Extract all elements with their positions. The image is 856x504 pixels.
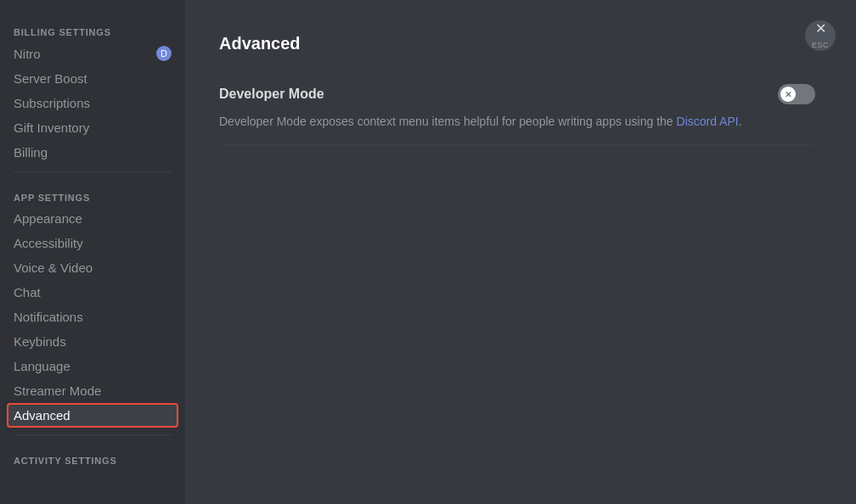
sidebar-item-accessibility[interactable]: Accessibility bbox=[7, 231, 178, 255]
sidebar-item-billing[interactable]: Billing bbox=[7, 140, 178, 165]
activity-settings-header: ACTIVITY SETTINGS bbox=[7, 442, 178, 469]
page-title: Advanced bbox=[219, 34, 815, 53]
sidebar-item-nitro-label: Nitro bbox=[14, 47, 41, 61]
app-divider bbox=[14, 434, 172, 435]
sidebar-item-keybinds[interactable]: Keybinds bbox=[7, 329, 178, 354]
sidebar-item-voice-video[interactable]: Voice & Video bbox=[7, 255, 178, 280]
sidebar-item-appearance-label: Appearance bbox=[14, 211, 82, 226]
content-divider bbox=[219, 144, 815, 145]
main-content: Advanced Developer Mode ✕ Developer Mode… bbox=[185, 0, 856, 504]
sidebar-item-subscriptions[interactable]: Subscriptions bbox=[7, 91, 178, 115]
developer-mode-toggle[interactable]: ✕ bbox=[778, 84, 815, 104]
sidebar-item-nitro[interactable]: Nitro D bbox=[7, 41, 178, 66]
developer-mode-info: Developer Mode bbox=[219, 87, 324, 102]
sidebar-item-notifications[interactable]: Notifications bbox=[7, 305, 178, 329]
app-settings-header: APP SETTINGS bbox=[7, 179, 178, 206]
sidebar-item-keybinds-label: Keybinds bbox=[14, 334, 66, 349]
sidebar-item-subscriptions-label: Subscriptions bbox=[14, 96, 90, 110]
sidebar-item-accessibility-label: Accessibility bbox=[14, 236, 83, 250]
close-button[interactable]: ✕ ESC bbox=[805, 20, 836, 51]
sidebar-item-gift-inventory[interactable]: Gift Inventory bbox=[7, 115, 178, 140]
sidebar-item-chat[interactable]: Chat bbox=[7, 280, 178, 305]
toggle-x-icon: ✕ bbox=[785, 90, 791, 99]
sidebar-item-appearance[interactable]: Appearance bbox=[7, 206, 178, 231]
sidebar-item-notifications-label: Notifications bbox=[14, 310, 83, 324]
discord-api-link[interactable]: Discord API bbox=[677, 115, 739, 128]
sidebar-item-gift-inventory-label: Gift Inventory bbox=[14, 120, 89, 135]
sidebar-item-language[interactable]: Language bbox=[7, 354, 178, 378]
developer-mode-row: Developer Mode ✕ bbox=[219, 70, 815, 118]
sidebar: BILLING SETTINGS Nitro D Server Boost Su… bbox=[0, 0, 185, 504]
sidebar-item-billing-label: Billing bbox=[14, 145, 48, 160]
nitro-badge: D bbox=[156, 46, 172, 61]
close-icon: ✕ bbox=[815, 22, 826, 36]
developer-mode-description: Developer Mode exposes context menu item… bbox=[219, 113, 815, 131]
esc-label: ESC bbox=[812, 41, 829, 49]
sidebar-item-language-label: Language bbox=[14, 359, 70, 373]
sidebar-item-streamer-mode[interactable]: Streamer Mode bbox=[7, 378, 178, 403]
billing-divider bbox=[14, 171, 172, 172]
developer-mode-label: Developer Mode bbox=[219, 87, 324, 102]
sidebar-item-chat-label: Chat bbox=[14, 285, 41, 300]
toggle-knob: ✕ bbox=[780, 87, 796, 102]
billing-settings-header: BILLING SETTINGS bbox=[7, 14, 178, 41]
sidebar-item-streamer-mode-label: Streamer Mode bbox=[14, 384, 101, 398]
sidebar-item-server-boost-label: Server Boost bbox=[14, 71, 87, 86]
sidebar-item-advanced[interactable]: Advanced bbox=[7, 403, 178, 428]
sidebar-item-voice-video-label: Voice & Video bbox=[14, 260, 93, 275]
sidebar-item-advanced-label: Advanced bbox=[14, 408, 70, 423]
sidebar-item-server-boost[interactable]: Server Boost bbox=[7, 66, 178, 91]
